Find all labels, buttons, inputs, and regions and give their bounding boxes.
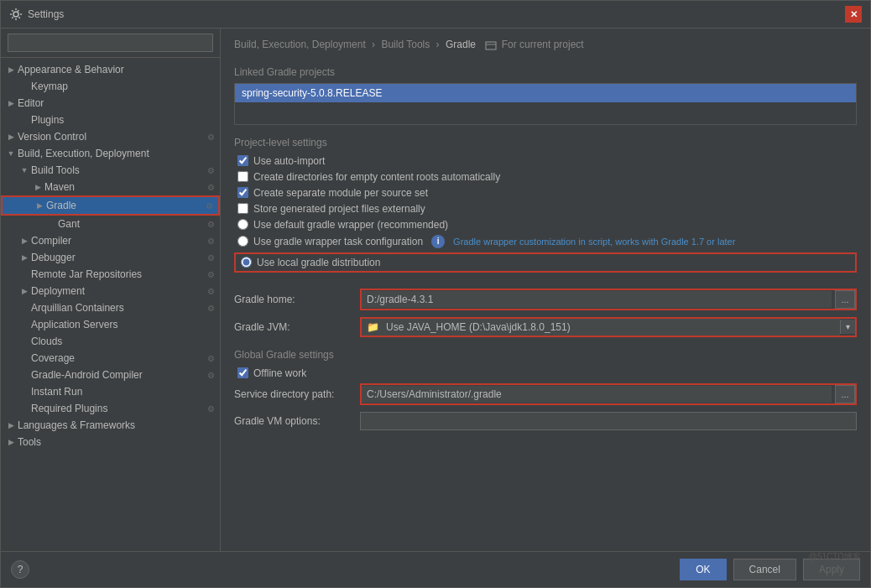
local-distribution-radio[interactable] [241, 257, 252, 268]
right-panel: Build, Execution, Deployment › Build Too… [221, 29, 870, 551]
main-content: ▶ Appearance & Behavior Keymap ▶ Editor … [1, 29, 870, 551]
settings-window: Settings ✕ ▶ Appearance & Behavior Keyma… [0, 0, 871, 588]
sidebar-item-build-execution[interactable]: ▼ Build, Execution, Deployment [1, 145, 220, 162]
gradle-home-input-wrapper: D:/gradle-4.3.1 ... [360, 289, 857, 310]
sidebar-item-editor[interactable]: ▶ Editor [1, 95, 220, 112]
sidebar-item-clouds[interactable]: Clouds [1, 333, 220, 350]
search-input[interactable] [8, 34, 213, 52]
sidebar-item-instant-run[interactable]: Instant Run [1, 383, 220, 400]
service-dir-browse-button[interactable]: ... [835, 385, 855, 403]
linked-projects-box: spring-security-5.0.8.RELEASE [234, 83, 857, 125]
breadcrumb-current: Gradle [446, 39, 476, 50]
offline-work-checkbox[interactable] [237, 367, 248, 378]
expand-icon: ▶ [4, 63, 18, 76]
expand-icon: ▶ [4, 419, 18, 432]
separate-module-checkbox[interactable] [237, 187, 248, 198]
sidebar-item-deployment[interactable]: ▶ Deployment ⚙ [1, 283, 220, 299]
wrapper-task-row: Use gradle wrapper task configuration i … [234, 235, 857, 248]
service-dir-input[interactable]: C:/Users/Administrator/.gradle [362, 386, 832, 403]
breadcrumb-part2: Build Tools [381, 39, 430, 50]
sidebar-item-maven[interactable]: ▶ Maven ⚙ [1, 179, 220, 195]
title-bar-left: Settings [9, 8, 64, 21]
expand-icon: ▶ [31, 180, 44, 194]
expand-icon: ▶ [33, 199, 46, 212]
sidebar-item-gradle-android[interactable]: Gradle-Android Compiler ⚙ [1, 367, 220, 383]
settings-icon-right: ⚙ [205, 352, 216, 364]
settings-icon-right: ⚙ [205, 181, 216, 193]
vm-options-input[interactable] [360, 412, 857, 430]
settings-icon-right: ⚙ [205, 252, 216, 263]
gradle-jvm-select-display[interactable]: 📁 Use JAVA_HOME (D:\Java\jdk1.8.0_151) [362, 319, 840, 336]
expand-spacer [18, 402, 31, 415]
sidebar-item-app-servers[interactable]: Application Servers [1, 316, 220, 333]
settings-icon-right: ⚙ [205, 218, 216, 230]
sidebar-item-label: Required Plugins [31, 403, 205, 414]
sidebar-item-label: Gant [58, 218, 205, 230]
sidebar-item-label: Instant Run [31, 386, 216, 398]
breadcrumb: Build, Execution, Deployment › Build Too… [234, 39, 857, 51]
folder-icon: 📁 [367, 321, 379, 333]
sidebar-item-gradle[interactable]: ▶ Gradle ⚙ [1, 195, 220, 216]
sidebar-item-coverage[interactable]: Coverage ⚙ [1, 350, 220, 367]
sidebar-item-label: Version Control [18, 131, 205, 143]
expand-icon: ▼ [4, 147, 18, 160]
create-dirs-checkbox[interactable] [237, 171, 248, 182]
gradle-jvm-row: Gradle JVM: 📁 Use JAVA_HOME (D:\Java\jdk… [234, 317, 857, 337]
gradle-home-input[interactable]: D:/gradle-4.3.1 [362, 291, 832, 308]
gradle-jvm-select-wrapper: 📁 Use JAVA_HOME (D:\Java\jdk1.8.0_151) ▾ [360, 317, 857, 337]
breadcrumb-part1: Build, Execution, Deployment [234, 39, 366, 50]
sidebar-item-appearance[interactable]: ▶ Appearance & Behavior [1, 61, 220, 78]
help-button[interactable]: ? [11, 560, 29, 579]
sidebar-item-compiler[interactable]: ▶ Compiler ⚙ [1, 232, 220, 249]
close-button[interactable]: ✕ [845, 6, 862, 23]
expand-icon: ▶ [4, 96, 18, 110]
default-wrapper-radio[interactable] [237, 219, 248, 230]
sidebar-item-required-plugins[interactable]: Required Plugins ⚙ [1, 400, 220, 417]
sidebar-item-gant[interactable]: Gant ⚙ [1, 216, 220, 232]
sidebar-item-remote-jar[interactable]: Remote Jar Repositories ⚙ [1, 266, 220, 283]
cancel-button[interactable]: Cancel [733, 559, 796, 580]
sidebar-item-plugins[interactable]: Plugins [1, 112, 220, 128]
settings-icon-right: ⚙ [205, 285, 216, 297]
sidebar-item-languages[interactable]: ▶ Languages & Frameworks [1, 417, 220, 434]
sidebar-item-tools[interactable]: ▶ Tools [1, 434, 220, 450]
svg-rect-1 [486, 42, 496, 49]
sidebar-item-label: Keymap [31, 81, 216, 92]
sidebar-item-arquillian[interactable]: Arquillian Containers ⚙ [1, 299, 220, 316]
auto-import-checkbox[interactable] [237, 155, 248, 166]
settings-icon-right: ⚙ [203, 200, 215, 211]
offline-work-row: Offline work [234, 367, 857, 379]
local-distribution-label: Use local gradle distribution [257, 257, 380, 268]
wrapper-task-radio[interactable] [237, 236, 248, 247]
default-wrapper-row: Use default gradle wrapper (recommended) [234, 219, 857, 231]
gradle-home-browse-button[interactable]: ... [835, 290, 855, 309]
gradle-jvm-dropdown-button[interactable]: ▾ [840, 320, 855, 334]
default-wrapper-label: Use default gradle wrapper (recommended) [253, 219, 448, 231]
sidebar-item-build-tools[interactable]: ▼ Build Tools ⚙ [1, 162, 220, 179]
expand-icon: ▶ [18, 284, 31, 298]
auto-import-label: Use auto-import [253, 155, 325, 167]
store-generated-checkbox[interactable] [237, 203, 248, 214]
sidebar-item-label: Remote Jar Repositories [31, 268, 205, 280]
separate-module-label: Create separate module per source set [253, 187, 428, 199]
project-settings-title: Project-level settings [234, 137, 857, 148]
service-dir-input-wrapper: C:/Users/Administrator/.gradle ... [360, 383, 857, 405]
sidebar: ▶ Appearance & Behavior Keymap ▶ Editor … [1, 29, 221, 551]
tree-view: ▶ Appearance & Behavior Keymap ▶ Editor … [1, 58, 220, 551]
expand-spacer [18, 268, 31, 281]
ok-button[interactable]: OK [680, 559, 726, 580]
sidebar-item-label: Tools [18, 436, 216, 448]
sidebar-item-keymap[interactable]: Keymap [1, 78, 220, 95]
linked-projects-label: Linked Gradle projects [234, 66, 857, 78]
sidebar-item-debugger[interactable]: ▶ Debugger ⚙ [1, 249, 220, 266]
expand-icon: ▶ [18, 251, 31, 264]
sidebar-item-label: Build, Execution, Deployment [18, 148, 216, 159]
expand-spacer [18, 318, 31, 331]
expand-icon: ▶ [4, 435, 18, 449]
gradle-jvm-value: Use JAVA_HOME (D:\Java\jdk1.8.0_151) [386, 321, 571, 333]
sidebar-item-version-control[interactable]: ▶ Version Control ⚙ [1, 128, 220, 145]
watermark: @51CTO博客 [809, 551, 861, 563]
linked-project-item[interactable]: spring-security-5.0.8.RELEASE [235, 84, 856, 102]
sidebar-item-label: Compiler [31, 235, 205, 247]
vm-options-row: Gradle VM options: [234, 412, 857, 430]
